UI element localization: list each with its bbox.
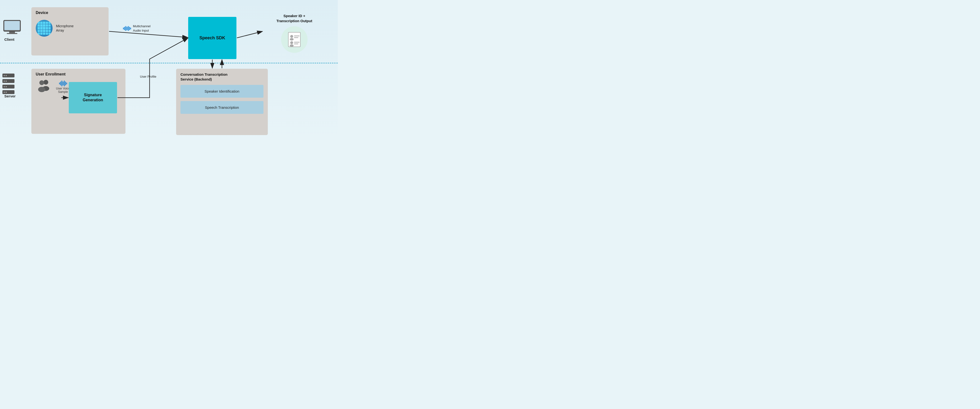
enrollment-title: User Enrollment — [36, 72, 121, 76]
speech-transcription-box: Speech Transcription — [180, 101, 264, 114]
audio-wave-icon — [123, 26, 131, 31]
mic-label: MicrophoneArray — [56, 24, 73, 33]
output-title: Speaker ID +Transcription Output — [263, 13, 326, 24]
speech-transcription-label: Speech Transcription — [205, 105, 239, 109]
device-box: Device MicrophoneArray — [31, 7, 108, 55]
speech-sdk-label: Speech SDK — [199, 35, 225, 41]
cts-box: Conversation TranscriptionService (Backe… — [176, 69, 268, 135]
svg-rect-3 — [7, 33, 18, 34]
section-divider — [0, 63, 338, 63]
client-label: Client — [4, 37, 14, 41]
svg-point-16 — [38, 87, 45, 92]
svg-point-5 — [290, 35, 293, 38]
svg-rect-2 — [9, 32, 15, 33]
cts-title: Conversation TranscriptionService (Backe… — [180, 72, 264, 81]
voice-wave-icon — [59, 81, 67, 86]
audio-input-text: MultichannelAudio Input — [133, 24, 151, 33]
output-area: Speaker ID +Transcription Output — [263, 13, 326, 53]
monitor-icon — [2, 19, 22, 35]
speaker-id-label: Speaker Identification — [205, 89, 239, 94]
server-icon — [2, 74, 17, 95]
diagram-container: Client Server Device — [0, 0, 338, 140]
svg-point-15 — [39, 80, 44, 85]
speaker-id-box: Speaker Identification — [180, 85, 264, 98]
svg-line-20 — [237, 31, 262, 38]
user-profile-label: User Profile — [140, 75, 156, 78]
svg-point-9 — [290, 41, 293, 44]
output-icon — [281, 26, 308, 53]
sig-gen-label: SignatureGeneration — [83, 93, 103, 103]
audio-input-label: MultichannelAudio Input — [123, 24, 151, 33]
svg-rect-1 — [4, 21, 20, 30]
microphone-sphere — [36, 20, 52, 36]
people-icon — [36, 79, 52, 95]
microphone-area: MicrophoneArray — [36, 20, 104, 36]
svg-point-6 — [290, 38, 294, 41]
voice-sample-label: User Voice Sample — [56, 87, 70, 94]
device-box-title: Device — [36, 11, 104, 15]
sig-gen-box: SignatureGeneration — [69, 82, 117, 113]
svg-point-13 — [43, 80, 48, 85]
svg-point-10 — [290, 44, 294, 47]
speech-sdk-box: Speech SDK — [188, 17, 236, 59]
